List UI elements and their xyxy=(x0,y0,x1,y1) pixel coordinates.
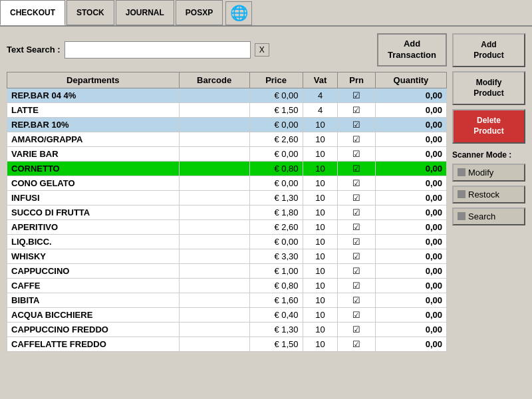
search-input[interactable] xyxy=(65,41,251,59)
table-cell-price: € 3,30 xyxy=(249,249,303,263)
table-cell-dept: LIQ.BICC. xyxy=(7,234,180,249)
table-row[interactable]: APERITIVO€ 2,6010☑0,00 xyxy=(7,219,447,234)
right-panel: AddProduct ModifyProduct DeleteProduct S… xyxy=(452,33,525,352)
table-cell-dept: BIBITA xyxy=(7,293,180,307)
table-cell-prn: ☑ xyxy=(338,176,375,190)
table-cell-dept: INFUSI xyxy=(7,190,180,205)
search-left: Text Search : X xyxy=(7,41,269,59)
left-panel: Text Search : X AddTransaction Departmen… xyxy=(7,33,447,352)
table-cell-vat: 4 xyxy=(303,88,338,102)
col-header-departments: Departments xyxy=(7,72,180,88)
table-row[interactable]: CAFFELATTE FREDDO€ 1,5010☑0,00 xyxy=(7,336,447,351)
table-row[interactable]: WHISKY€ 3,3010☑0,00 xyxy=(7,249,447,263)
table-cell-vat: 10 xyxy=(303,234,338,249)
table-cell-qty: 0,00 xyxy=(375,234,446,249)
table-cell-qty: 0,00 xyxy=(375,219,446,234)
table-row[interactable]: ACQUA BICCHIERE€ 0,4010☑0,00 xyxy=(7,307,447,322)
add-transaction-button[interactable]: AddTransaction xyxy=(377,33,447,66)
table-cell-qty: 0,00 xyxy=(375,102,446,117)
table-row[interactable]: REP.BAR 10%€ 0,0010☑0,00 xyxy=(7,117,447,132)
table-cell-barcode xyxy=(179,161,249,176)
table-cell-qty: 0,00 xyxy=(375,132,446,146)
add-product-button[interactable]: AddProduct xyxy=(452,33,525,67)
table-cell-price: € 0,40 xyxy=(249,307,303,322)
table-cell-vat: 10 xyxy=(303,161,338,176)
scanner-modify-icon xyxy=(458,168,466,176)
table-row[interactable]: REP.BAR 04 4%€ 0,004☑0,00 xyxy=(7,88,447,102)
table-cell-vat: 10 xyxy=(303,322,338,336)
table-cell-dept: CAPPUCCINO FREDDO xyxy=(7,322,180,336)
table-cell-qty: 0,00 xyxy=(375,161,446,176)
table-cell-barcode xyxy=(179,307,249,322)
table-cell-prn: ☑ xyxy=(338,263,375,278)
table-row[interactable]: CAPPUCCINO FREDDO€ 1,3010☑0,00 xyxy=(7,322,447,336)
table-row[interactable]: BIBITA€ 1,6010☑0,00 xyxy=(7,293,447,307)
table-cell-price: € 0,00 xyxy=(249,234,303,249)
table-cell-prn: ☑ xyxy=(338,88,375,102)
table-cell-vat: 4 xyxy=(303,102,338,117)
scanner-modify-label: Modify xyxy=(468,168,493,178)
table-cell-qty: 0,00 xyxy=(375,176,446,190)
table-cell-prn: ☑ xyxy=(338,293,375,307)
scanner-restock-button[interactable]: Restock xyxy=(452,186,525,203)
table-row[interactable]: INFUSI€ 1,3010☑0,00 xyxy=(7,190,447,205)
table-cell-vat: 10 xyxy=(303,219,338,234)
table-cell-price: € 2,60 xyxy=(249,219,303,234)
table-cell-price: € 0,00 xyxy=(249,117,303,132)
tab-checkout[interactable]: CHECKOUT xyxy=(0,0,65,25)
table-cell-dept: VARIE BAR xyxy=(7,146,180,161)
product-tbody: REP.BAR 04 4%€ 0,004☑0,00LATTE€ 1,504☑0,… xyxy=(7,88,447,351)
table-cell-qty: 0,00 xyxy=(375,146,446,161)
modify-product-button[interactable]: ModifyProduct xyxy=(452,71,525,105)
table-cell-price: € 1,50 xyxy=(249,102,303,117)
table-cell-prn: ☑ xyxy=(338,336,375,351)
table-row[interactable]: SUCCO DI FRUTTA€ 1,8010☑0,00 xyxy=(7,205,447,219)
table-row[interactable]: CORNETTO€ 0,8010☑0,00 xyxy=(7,161,447,176)
table-cell-dept: CAPPUCCINO xyxy=(7,263,180,278)
table-cell-dept: LATTE xyxy=(7,102,180,117)
table-cell-price: € 2,60 xyxy=(249,132,303,146)
scanner-mode-label: Scanner Mode : xyxy=(452,150,525,160)
tab-stock[interactable]: STOCK xyxy=(66,0,114,25)
table-cell-qty: 0,00 xyxy=(375,263,446,278)
col-header-quantity: Quantity xyxy=(375,72,446,88)
table-cell-price: € 1,80 xyxy=(249,205,303,219)
table-row[interactable]: CAPPUCCINO€ 1,0010☑0,00 xyxy=(7,263,447,278)
table-row[interactable]: VARIE BAR€ 0,0010☑0,00 xyxy=(7,146,447,161)
table-cell-prn: ☑ xyxy=(338,102,375,117)
table-row[interactable]: AMARO/GRAPPA€ 2,6010☑0,00 xyxy=(7,132,447,146)
globe-button[interactable]: 🌐 xyxy=(225,1,252,25)
tab-posxp[interactable]: POSXP xyxy=(176,0,223,25)
table-cell-qty: 0,00 xyxy=(375,336,446,351)
delete-product-button[interactable]: DeleteProduct xyxy=(452,109,525,143)
table-cell-qty: 0,00 xyxy=(375,278,446,293)
table-row[interactable]: LATTE€ 1,504☑0,00 xyxy=(7,102,447,117)
table-cell-barcode xyxy=(179,322,249,336)
topbar: CHECKOUT STOCK JOURNAL POSXP 🌐 xyxy=(0,0,532,27)
scanner-search-button[interactable]: Search xyxy=(452,207,525,225)
table-row[interactable]: CONO GELATO€ 0,0010☑0,00 xyxy=(7,176,447,190)
clear-button[interactable]: X xyxy=(255,43,269,57)
table-cell-vat: 10 xyxy=(303,293,338,307)
table-cell-price: € 0,80 xyxy=(249,161,303,176)
table-row[interactable]: LIQ.BICC.€ 0,0010☑0,00 xyxy=(7,234,447,249)
table-row[interactable]: CAFFE€ 0,8010☑0,00 xyxy=(7,278,447,293)
scanner-modify-button[interactable]: Modify xyxy=(452,164,525,182)
table-cell-prn: ☑ xyxy=(338,146,375,161)
table-cell-vat: 10 xyxy=(303,307,338,322)
tab-journal[interactable]: JOURNAL xyxy=(116,0,174,25)
table-cell-price: € 1,30 xyxy=(249,322,303,336)
table-cell-prn: ☑ xyxy=(338,190,375,205)
table-cell-barcode xyxy=(179,278,249,293)
table-cell-qty: 0,00 xyxy=(375,205,446,219)
search-row: Text Search : X AddTransaction xyxy=(7,33,447,66)
table-cell-barcode xyxy=(179,88,249,102)
table-cell-barcode xyxy=(179,219,249,234)
main-content: Text Search : X AddTransaction Departmen… xyxy=(0,27,532,358)
table-cell-barcode xyxy=(179,190,249,205)
table-cell-price: € 0,00 xyxy=(249,88,303,102)
table-cell-barcode xyxy=(179,336,249,351)
table-cell-prn: ☑ xyxy=(338,249,375,263)
table-cell-dept: ACQUA BICCHIERE xyxy=(7,307,180,322)
scanner-search-icon xyxy=(458,212,466,220)
